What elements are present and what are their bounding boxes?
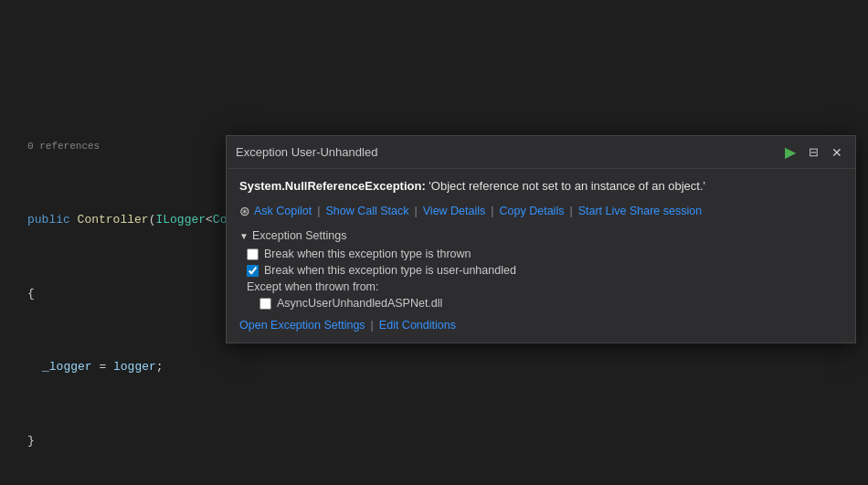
checkbox-thrown-row: Break when this exception type is thrown	[239, 248, 842, 260]
section-label: Exception Settings	[252, 229, 347, 242]
code-line: _logger = logger;	[27, 358, 868, 376]
copilot-icon: ⊛	[239, 204, 250, 218]
edit-conditions-link[interactable]: Edit Conditions	[379, 319, 456, 332]
bottom-links: Open Exception Settings | Edit Condition…	[239, 319, 842, 332]
exception-settings-section: ▼ Exception Settings	[239, 229, 842, 242]
pin-button[interactable]: ⊟	[805, 143, 822, 161]
close-button[interactable]: ✕	[828, 143, 846, 162]
checkbox-thrown[interactable]	[247, 248, 259, 260]
code-line	[27, 64, 868, 82]
checkbox-unhandled[interactable]	[247, 265, 259, 277]
triangle-icon: ▼	[239, 231, 249, 241]
action-links: ⊛ Ask Copilot | Show Call Stack | View D…	[239, 204, 842, 218]
exception-popup: Exception User-Unhandled ▶ ⊟ ✕ System.Nu…	[226, 135, 856, 343]
run-button[interactable]: ▶	[781, 142, 799, 163]
popup-title: Exception User-Unhandled	[236, 145, 377, 159]
checkbox-dll[interactable]	[259, 298, 271, 310]
dll-checkbox-row: AsyncUserUnhandledASPNet.dll	[239, 297, 842, 310]
open-exception-settings-link[interactable]: Open Exception Settings	[239, 319, 365, 332]
except-when-label: Except when thrown from:	[239, 280, 842, 293]
code-line: }	[27, 432, 868, 450]
start-live-share-link[interactable]: Start Live Share session	[578, 205, 703, 217]
exception-detail: 'Object reference not set to an instance…	[429, 179, 705, 193]
show-call-stack-link[interactable]: Show Call Stack	[325, 205, 408, 217]
checkbox-thrown-label[interactable]: Break when this exception type is thrown	[264, 248, 471, 260]
checkbox-unhandled-row: Break when this exception type is user-u…	[239, 264, 842, 277]
view-details-link[interactable]: View Details	[423, 205, 486, 217]
popup-body: System.NullReferenceException: 'Object r…	[227, 169, 855, 343]
ask-copilot-link[interactable]: Ask Copilot	[254, 205, 312, 217]
exception-type: System.NullReferenceException:	[239, 179, 426, 193]
checkbox-unhandled-label[interactable]: Break when this exception type is user-u…	[264, 264, 516, 277]
popup-titlebar: Exception User-Unhandled ▶ ⊟ ✕	[227, 136, 855, 169]
popup-controls: ▶ ⊟ ✕	[781, 142, 846, 163]
copy-details-link[interactable]: Copy Details	[500, 205, 565, 217]
checkbox-dll-label[interactable]: AsyncUserUnhandledASPNet.dll	[277, 297, 442, 310]
exception-message: System.NullReferenceException: 'Object r…	[239, 178, 842, 195]
